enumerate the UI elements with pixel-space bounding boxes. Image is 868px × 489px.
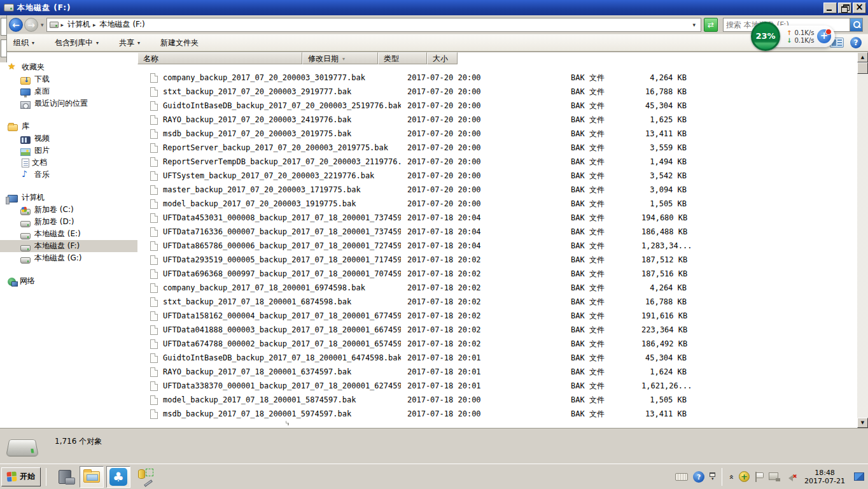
column-header[interactable]: 修改日期 ▾ [302,52,378,64]
antivirus-tray-icon[interactable] [739,471,750,482]
table-row[interactable]: UFTData674788_000002_backup_2017_07_18_2… [137,337,857,351]
sidebar-item[interactable]: 音乐 [0,169,137,181]
table-row[interactable]: model_backup_2017_07_20_200003_1919775.b… [137,197,857,211]
file-date: 2017-07-18 20:00 [401,395,566,404]
speed-widget[interactable]: 23% ↑0.1K/s ↓0.1K/s + [755,25,835,47]
sidebar-item[interactable]: 本地磁盘 (E:) [0,228,137,240]
start-button[interactable]: 开始 [1,467,41,486]
sidebar-item[interactable]: 新加卷 (C:) [0,204,137,216]
taskbar-clover-app[interactable] [106,466,130,488]
table-row[interactable]: stxt_backup_2017_07_18_200001_6874598.ba… [137,295,857,309]
column-header[interactable]: 大小 [427,52,458,64]
scroll-up-icon[interactable]: ▲ [857,52,868,62]
action-center-flag-icon[interactable] [755,472,764,482]
sidebar-item-icon [20,148,31,156]
back-button[interactable]: ← [9,18,23,32]
sidebar-item[interactable]: 库 [0,120,137,132]
sidebar-item-label: 本地磁盘 (E:) [34,229,81,239]
file-rows: company_backup_2017_07_20_200003_3019777… [137,64,857,421]
table-row[interactable]: UFTData041888_000003_backup_2017_07_18_2… [137,323,857,337]
download-arrow-icon: ↓ [787,37,792,44]
taskbar-clock[interactable]: 18:48 2017-07-21 [802,469,848,485]
table-row[interactable]: UFTData158162_000004_backup_2017_07_18_2… [137,309,857,323]
table-row[interactable]: stxt_backup_2017_07_20_200003_2919777.ba… [137,85,857,99]
breadcrumb-item[interactable]: 本地磁盘 (F:) [92,19,146,30]
taskbar-sql-tools[interactable] [133,466,157,488]
toolbar-button[interactable]: 组织 ▾ [8,36,40,50]
column-header[interactable]: 名称 [137,52,302,64]
sidebar-item[interactable]: 网络 [0,275,137,287]
help-button[interactable] [850,37,862,48]
taskbar-explorer[interactable] [80,466,104,488]
scrollbar-thumb[interactable] [857,62,868,74]
taskbar-server-manager[interactable] [53,466,77,488]
add-accelerate-button[interactable]: + [817,29,831,43]
sidebar-item[interactable]: 文档 [0,157,137,169]
file-type: BAK 文件 [566,87,641,97]
address-dropdown-icon[interactable]: ▾ [690,22,698,28]
table-row[interactable]: UFTSystem_backup_2017_07_20_200003_22197… [137,169,857,183]
table-row[interactable]: UFTData293519_000005_backup_2017_07_18_2… [137,253,857,267]
forward-button[interactable]: → [24,18,38,32]
table-row[interactable]: company_backup_2017_07_18_200001_6974598… [137,281,857,295]
table-row[interactable]: master_backup_2017_07_20_200003_1719775.… [137,183,857,197]
table-row[interactable]: ReportServer_backup_2017_07_20_200003_20… [137,141,857,155]
table-row[interactable]: msdb_backup_2017_07_18_200001_5974597.ba… [137,407,857,421]
file-name: GuidtoIntBaseDB_backup_2017_07_20_200003… [163,101,401,110]
table-row[interactable]: model_backup_2017_07_18_200001_5874597.b… [137,393,857,407]
table-row[interactable]: RAYO_backup_2017_07_18_200001_6374597.ba… [137,365,857,379]
table-row[interactable]: UFTData338370_000001_backup_2017_07_18_2… [137,379,857,393]
file-size: 16,788 KB [641,297,690,306]
sidebar-item[interactable]: 下载 [0,73,137,85]
tray-help-icon[interactable] [693,471,704,483]
sidebar-item[interactable]: 本地磁盘 (G:) [0,252,137,264]
refresh-button[interactable]: ⇄ [704,18,718,32]
breadcrumb-item[interactable]: 计算机 [60,19,92,30]
memory-percent-badge[interactable]: 23% [751,22,780,51]
sidebar-item[interactable]: 收藏夹 [0,61,137,73]
table-row[interactable]: GuidtoIntBaseDB_backup_2017_07_20_200003… [137,99,857,113]
toolbar-button[interactable]: 共享 ▾ [113,36,146,50]
file-type: BAK 文件 [566,381,641,392]
search-icon[interactable] [850,18,862,31]
toolbar-button[interactable]: 新建文件夹 [155,36,207,50]
table-row[interactable]: UFTData865786_000006_backup_2017_07_18_2… [137,239,857,253]
sidebar-item[interactable]: 图片 [0,145,137,157]
keyboard-icon[interactable] [675,473,688,481]
file-size: 223,364 KB [641,325,690,334]
table-row[interactable]: UFTData696368_000997_backup_2017_07_18_2… [137,267,857,281]
table-row[interactable]: GuidtoIntBaseDB_backup_2017_07_18_200001… [137,351,857,365]
file-icon [150,87,158,97]
column-header[interactable]: 类型 [378,52,427,64]
address-bar[interactable]: 计算机本地磁盘 (F:) ▾ [46,18,701,32]
restore-button[interactable] [838,3,851,13]
show-hidden-icons-chevron[interactable]: » [727,474,736,479]
file-type: BAK 文件 [566,213,641,223]
sidebar-item[interactable]: 最近访问的位置 [0,97,137,110]
table-row[interactable]: UFTData453031_000008_backup_2017_07_18_2… [137,211,857,225]
table-row[interactable]: RAYO_backup_2017_07_20_200003_2419776.ba… [137,113,857,127]
vertical-scrollbar[interactable]: ▲ ▼ [857,52,868,428]
show-desktop-button[interactable] [854,472,864,481]
table-row[interactable]: company_backup_2017_07_20_200003_3019777… [137,71,857,85]
sidebar-item[interactable]: 视频 [0,132,137,145]
desktop-toolbar-icon[interactable]: ▾ [710,472,715,481]
table-row[interactable]: msdb_backup_2017_07_20_200003_2019775.ba… [137,127,857,141]
upload-speed: 0.1K/s [794,29,814,36]
volume-muted-icon[interactable] [785,472,797,482]
file-date: 2017-07-18 20:00 [401,409,566,418]
toolbar-button[interactable]: 包含到库中 ▾ [49,36,104,50]
scroll-down-icon[interactable]: ▼ [857,418,868,428]
file-icon [150,297,158,307]
sidebar-item[interactable]: 本地磁盘 (F:) [0,240,137,252]
network-tray-icon[interactable] [769,472,780,481]
sidebar-item[interactable]: 新加卷 (D:) [0,216,137,228]
table-row[interactable]: UFTData716336_000007_backup_2017_07_18_2… [137,225,857,239]
sidebar-item[interactable]: 桌面 [0,85,137,97]
history-dropdown-icon[interactable]: ▾ [39,22,45,28]
table-row[interactable]: ReportServerTempDB_backup_2017_07_20_200… [137,155,857,169]
minimize-button[interactable] [823,3,837,13]
sidebar-item[interactable]: 计算机 [0,192,137,204]
file-icon [150,185,158,195]
close-button[interactable] [853,3,866,13]
